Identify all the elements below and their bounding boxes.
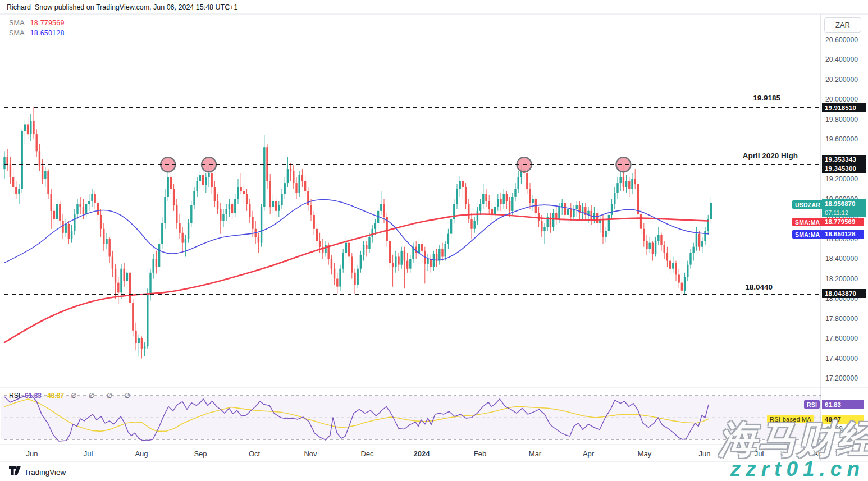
rsi-tag: RSI bbox=[804, 400, 820, 409]
time-axis-label[interactable]: Jun bbox=[26, 450, 38, 458]
price-badge-19918510: 19.918510 bbox=[822, 103, 866, 112]
price-tick-label: 19.600000 bbox=[825, 135, 858, 143]
price-tick-label: 17.800000 bbox=[825, 315, 858, 323]
tradingview-logo-text: TradingView bbox=[24, 468, 66, 477]
sma-legend-red[interactable]: SMA18.779569 bbox=[9, 19, 65, 27]
price-badge-19353343: 19.353343 bbox=[822, 155, 866, 164]
price-tick-label: 20.000000 bbox=[825, 95, 858, 103]
time-axis-label[interactable]: Aug bbox=[135, 450, 148, 458]
tradingview-logo[interactable]: TradingView bbox=[9, 466, 66, 478]
candles-layer bbox=[3, 107, 712, 358]
currency-scale-button[interactable]: ZAR bbox=[824, 17, 861, 33]
tradingview-published-chart: { "header": { "byline": "Richard_Snow pu… bbox=[0, 0, 868, 481]
time-axis-label[interactable]: Mar bbox=[529, 450, 542, 458]
rsi-legend[interactable]: RSI61.8348.87∅ ∅ ∅ ∅ bbox=[9, 392, 135, 400]
rsi-legend-icons[interactable]: ∅ ∅ ∅ ∅ bbox=[71, 392, 135, 400]
rsi-legend-label: RSI bbox=[9, 392, 20, 400]
watermark-url: zzrt01.cn bbox=[730, 457, 865, 481]
sma-label: SMA bbox=[9, 29, 25, 37]
sma-label: SMA bbox=[9, 19, 25, 27]
sma-blue-tag: SMA:MA bbox=[792, 230, 823, 239]
price-badge-18043870: 18.043870 bbox=[822, 289, 866, 298]
time-axis-label[interactable]: Sep bbox=[194, 450, 207, 458]
time-axis-label[interactable]: May bbox=[638, 450, 652, 458]
time-axis-label[interactable]: Apr bbox=[583, 450, 595, 458]
price-tick-label: 20.400000 bbox=[825, 56, 858, 63]
price-tick-label: 20.200000 bbox=[825, 76, 858, 84]
sma-red-price-badge: 18.779569 bbox=[822, 218, 864, 226]
time-axis-label[interactable]: Dec bbox=[360, 450, 374, 458]
price-tick-label: 18.400000 bbox=[825, 255, 858, 263]
level-label-18-0440: 18.0440 bbox=[745, 283, 773, 291]
level-label-april-2020-high: April 2020 High bbox=[743, 152, 798, 160]
price-tick-label: 17.400000 bbox=[825, 355, 858, 363]
published-byline: Richard_Snow published on TradingView.co… bbox=[7, 3, 238, 11]
sma-red-tag: SMA:MA bbox=[792, 218, 823, 226]
sma-value-red: 18.779569 bbox=[30, 19, 65, 27]
time-axis-label[interactable]: Nov bbox=[304, 450, 317, 458]
sma-value-blue: 18.650128 bbox=[30, 29, 65, 37]
time-axis-label[interactable]: Jun bbox=[699, 450, 711, 458]
last-price-value: 18.956870 bbox=[825, 199, 866, 208]
price-chart-svg[interactable]: 20.60000020.40000020.20000020.00000019.8… bbox=[0, 0, 868, 481]
bar-countdown: 07:11:12 bbox=[825, 208, 866, 217]
rsi-value-badge: 61.83 bbox=[822, 400, 864, 409]
level-label-19-9185: 19.9185 bbox=[753, 94, 780, 102]
price-tick-label: 19.800000 bbox=[825, 116, 858, 123]
time-axis-label[interactable]: Oct bbox=[249, 450, 261, 458]
price-tick-label: 17.200000 bbox=[825, 374, 858, 382]
rsi-legend-value: 61.83 bbox=[25, 392, 42, 400]
last-price-badge: 18.956870 07:11:12 bbox=[822, 199, 866, 217]
price-tick-label: 20.600000 bbox=[825, 36, 858, 44]
price-badge-19345300: 19.345300 bbox=[822, 164, 866, 173]
sma-legend-blue[interactable]: SMA18.650128 bbox=[9, 29, 65, 37]
symbol-price-tag: USDZAR bbox=[792, 200, 823, 209]
time-axis-label[interactable]: 2024 bbox=[414, 450, 431, 458]
price-tick-label: 18.200000 bbox=[825, 275, 858, 283]
sma-blue-price-badge: 18.650128 bbox=[822, 230, 864, 239]
tradingview-logo-icon bbox=[9, 466, 21, 478]
time-axis-label[interactable]: Jul bbox=[84, 450, 93, 458]
rsi-ma-legend-value: 48.87 bbox=[47, 392, 64, 400]
price-tick-label: 17.600000 bbox=[825, 335, 858, 342]
price-tick-label: 19.200000 bbox=[825, 175, 858, 183]
time-axis-label[interactable]: Feb bbox=[474, 450, 486, 458]
